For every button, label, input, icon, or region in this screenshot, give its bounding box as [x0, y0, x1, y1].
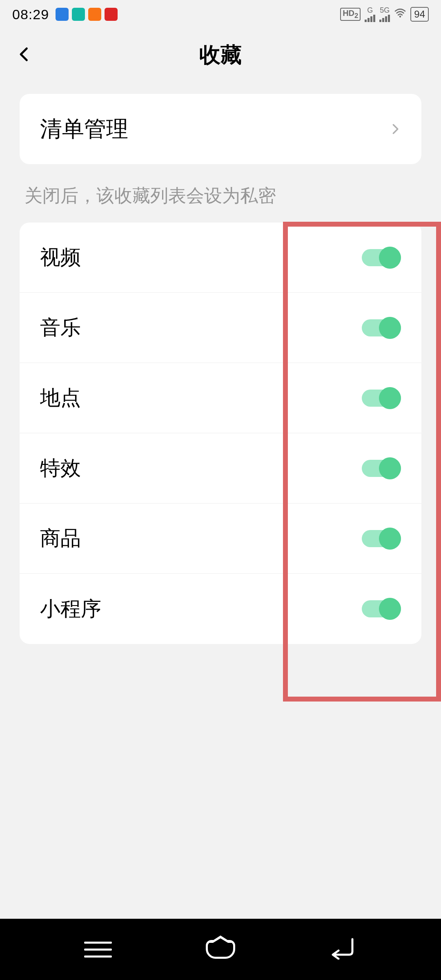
- toggle-row-effects: 特效: [20, 433, 421, 503]
- page-header: 收藏: [0, 29, 441, 82]
- hd-badge: HD2: [340, 8, 361, 21]
- menu-icon: [84, 942, 112, 958]
- toggle-thumb: [379, 528, 401, 550]
- toggle-switch-products[interactable]: [362, 528, 401, 550]
- status-app-icon: [72, 8, 85, 21]
- status-bar: 08:29 HD2 G 5G: [0, 0, 441, 29]
- status-app-icons: [56, 8, 118, 21]
- back-icon: [327, 938, 359, 961]
- toggle-label: 音乐: [40, 314, 81, 341]
- toggle-label: 视频: [40, 244, 81, 271]
- svg-point-0: [399, 16, 401, 17]
- battery-level: 94: [410, 7, 429, 22]
- status-bar-right: HD2 G 5G 94: [340, 7, 429, 22]
- toggle-switch-miniprogram[interactable]: [362, 598, 401, 620]
- toggle-row-video: 视频: [20, 223, 421, 293]
- page-title: 收藏: [16, 41, 425, 69]
- list-management-card: 清单管理: [20, 94, 421, 164]
- status-time: 08:29: [12, 7, 49, 22]
- chevron-right-icon: [390, 123, 401, 135]
- toggle-label: 特效: [40, 454, 81, 482]
- back-button[interactable]: [16, 47, 32, 64]
- toggle-switch-effects[interactable]: [362, 457, 401, 479]
- signal-5g: 5G: [379, 7, 390, 22]
- nav-recents-button[interactable]: [74, 935, 122, 964]
- toggle-thumb: [379, 247, 401, 269]
- toggle-thumb: [379, 317, 401, 339]
- list-management-label: 清单管理: [40, 114, 128, 144]
- toggle-thumb: [379, 457, 401, 479]
- signal-g: G: [365, 7, 375, 22]
- status-app-icon: [56, 8, 69, 21]
- toggle-row-miniprogram: 小程序: [20, 574, 421, 644]
- nav-back-button[interactable]: [318, 935, 368, 964]
- nav-home-button[interactable]: [196, 935, 245, 964]
- content-area: 清单管理 关闭后，该收藏列表会设为私密 视频 音乐 地点: [0, 82, 441, 644]
- status-app-icon: [88, 8, 101, 21]
- toggle-row-products: 商品: [20, 503, 421, 574]
- section-hint: 关闭后，该收藏列表会设为私密: [20, 164, 421, 223]
- toggle-label: 小程序: [40, 595, 101, 623]
- status-bar-left: 08:29: [12, 7, 118, 22]
- toggle-row-music: 音乐: [20, 293, 421, 363]
- toggle-switch-music[interactable]: [362, 317, 401, 339]
- status-app-icon: [105, 8, 118, 21]
- home-icon: [206, 940, 235, 959]
- toggle-thumb: [379, 387, 401, 409]
- toggle-label: 地点: [40, 384, 81, 412]
- chevron-left-icon: [16, 47, 32, 62]
- wifi-icon: [394, 8, 406, 20]
- toggles-card: 视频 音乐 地点 特效: [20, 223, 421, 644]
- toggle-thumb: [379, 598, 401, 620]
- toggle-label: 商品: [40, 525, 81, 552]
- toggle-row-location: 地点: [20, 363, 421, 433]
- toggle-switch-location[interactable]: [362, 387, 401, 409]
- list-management-row[interactable]: 清单管理: [20, 94, 421, 164]
- system-nav-bar: [0, 919, 441, 980]
- toggle-switch-video[interactable]: [362, 247, 401, 269]
